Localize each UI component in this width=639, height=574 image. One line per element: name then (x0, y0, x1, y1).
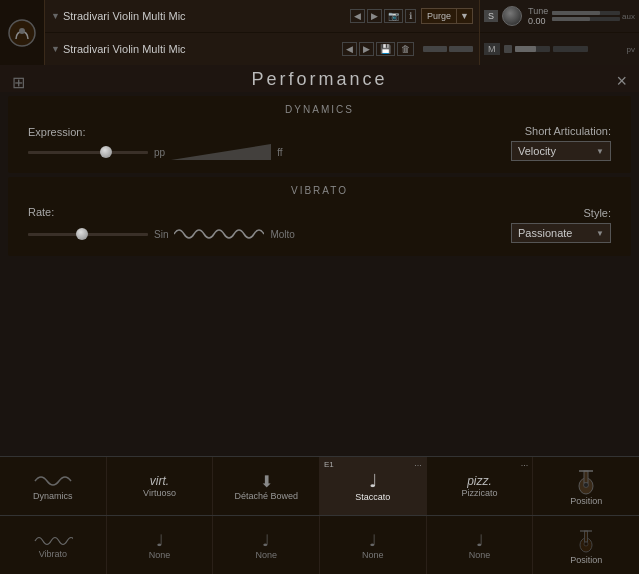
dynamics-right-control: Short Articulation: Velocity ▼ (471, 125, 611, 161)
header-main: ▼ Stradivari Violin Multi Mic ◀ ▶ 📷 ℹ Pu… (45, 0, 479, 65)
tab-staccato-label: Staccato (355, 492, 390, 502)
delete-btn[interactable]: 🗑 (397, 42, 414, 56)
none1-icon: ♩ (156, 531, 164, 550)
bar-group-top (552, 11, 620, 21)
tab-virtuoso-italic: virt. (150, 474, 169, 488)
velocity-dropdown[interactable]: Velocity ▼ (511, 141, 611, 161)
next-btn-1[interactable]: ▶ (367, 9, 382, 23)
sin-label: Sin (154, 229, 168, 240)
vibrato-dropdown-caret: ▼ (596, 229, 604, 238)
tab-position-label: Position (570, 496, 602, 506)
close-button[interactable]: × (616, 71, 627, 92)
staccato-tag: E1 (324, 460, 334, 469)
dynamics-wave-icon (33, 471, 73, 491)
guitar-icon (571, 466, 601, 496)
velocity-label: Velocity (518, 145, 556, 157)
vibrato-section: VIBRATO Rate: Sin Molto St (8, 177, 631, 256)
dynamics-section: DYNAMICS Expression: pp ff (8, 96, 631, 173)
molto-label: Molto (270, 229, 294, 240)
instrument-name-2: Stradivari Violin Multi Mic (63, 43, 341, 55)
prev-btn-1[interactable]: ◀ (350, 9, 365, 23)
rate-label: Rate: (28, 206, 471, 218)
dynamics-range-visual (171, 144, 271, 160)
m-badge[interactable]: M (484, 43, 500, 55)
expression-slider[interactable] (28, 145, 148, 159)
none3-icon: ♩ (369, 531, 377, 550)
expression-label: Expression: (28, 126, 471, 138)
tab-none-4[interactable]: ♩ None (427, 516, 534, 574)
tab-pizzicato-label: Pizzicato (462, 488, 498, 498)
header-right-bot: M pv (480, 33, 639, 65)
vibrato-right-control: Style: Passionate ▼ (471, 207, 611, 243)
pizzicato-more[interactable]: ··· (521, 460, 529, 470)
performance-title: Performance (251, 69, 387, 90)
purge-arrow[interactable]: ▼ (457, 8, 473, 24)
logo (0, 0, 45, 65)
tab-pizzicato[interactable]: ··· pizz. Pizzicato (427, 457, 534, 515)
prev-btn-2[interactable]: ◀ (342, 42, 357, 56)
tab-none-1-label: None (149, 550, 171, 560)
tab-detache-label: Détaché Bowed (234, 491, 298, 501)
instrument-row-1: ▼ Stradivari Violin Multi Mic ◀ ▶ 📷 ℹ Pu… (45, 0, 479, 33)
tune-knob[interactable] (502, 6, 522, 26)
tab-virtuoso[interactable]: virt. Virtuoso (107, 457, 214, 515)
tab-dynamics-label: Dynamics (33, 491, 73, 501)
tune-info: Tune 0.00 (528, 6, 548, 26)
tab-detache[interactable]: ⬇ Détaché Bowed (213, 457, 320, 515)
svg-point-6 (584, 483, 589, 488)
next-btn-2[interactable]: ▶ (359, 42, 374, 56)
vibrato-wave-visual (174, 224, 264, 244)
bottom-tabs-row2: Vibrato ♩ None ♩ None ♩ None ♩ None (0, 516, 639, 574)
tab-position[interactable]: Position (533, 457, 639, 515)
tab-none-1[interactable]: ♩ None (107, 516, 214, 574)
svg-rect-8 (585, 531, 588, 542)
style-label: Style: (583, 207, 611, 219)
svg-point-1 (19, 28, 25, 34)
staccato-icon: ♩ (369, 470, 377, 492)
tab-position-bottom[interactable]: Position (533, 516, 639, 574)
svg-rect-4 (584, 471, 588, 483)
tab-none-4-label: None (469, 550, 491, 560)
dynamics-title: DYNAMICS (28, 104, 611, 115)
tab-virtuoso-label: Virtuoso (143, 488, 176, 498)
tab-vibrato-bottom-label: Vibrato (39, 549, 67, 559)
none2-icon: ♩ (262, 531, 270, 550)
dynamics-row: Expression: pp ff Short Articulation: (28, 125, 611, 161)
tab-none-3[interactable]: ♩ None (320, 516, 427, 574)
aux-label: aux (622, 12, 635, 21)
s-badge[interactable]: S (484, 10, 498, 22)
bottom-tabs-row1: Dynamics virt. Virtuoso ⬇ Détaché Bowed … (0, 457, 639, 516)
header-right-top: S Tune 0.00 aux (480, 0, 639, 33)
tune-value: 0.00 (528, 16, 548, 26)
ff-label: ff (277, 147, 282, 158)
dropdown-caret: ▼ (596, 147, 604, 156)
short-articulation-label: Short Articulation: (525, 125, 611, 137)
tab-vibrato-bottom[interactable]: Vibrato (0, 516, 107, 574)
bottom-tabs: Dynamics virt. Virtuoso ⬇ Détaché Bowed … (0, 456, 639, 574)
expression-thumb[interactable] (100, 146, 112, 158)
passionate-label: Passionate (518, 227, 572, 239)
vibrato-rate-slider[interactable] (28, 227, 148, 241)
pp-label: pp (154, 147, 165, 158)
header-right: S Tune 0.00 aux M pv (479, 0, 639, 65)
instrument-row-2: ▼ Stradivari Violin Multi Mic ◀ ▶ 💾 🗑 (45, 33, 479, 65)
tab-none-2-label: None (255, 550, 277, 560)
tab-none-2[interactable]: ♩ None (213, 516, 320, 574)
tab-dynamics[interactable]: Dynamics (0, 457, 107, 515)
none4-icon: ♩ (476, 531, 484, 550)
staccato-more[interactable]: ··· (414, 460, 422, 470)
detache-icon: ⬇ (260, 472, 273, 491)
mixer-icon: ⊞ (12, 73, 25, 92)
tab-staccato[interactable]: E1 ··· ♩ Staccato (320, 457, 427, 515)
vibrato-row: Rate: Sin Molto Style: Pass (28, 206, 611, 244)
svg-marker-2 (171, 144, 271, 160)
header-zone: ▼ Stradivari Violin Multi Mic ◀ ▶ 📷 ℹ Pu… (0, 0, 639, 65)
tab-position-bottom-label: Position (570, 555, 602, 565)
purge-label[interactable]: Purge (421, 8, 457, 24)
tab-none-3-label: None (362, 550, 384, 560)
save-btn[interactable]: 💾 (376, 42, 395, 56)
camera-btn[interactable]: 📷 (384, 9, 403, 23)
vibrato-rate-thumb[interactable] (76, 228, 88, 240)
info-btn[interactable]: ℹ (405, 9, 416, 23)
passionate-dropdown[interactable]: Passionate ▼ (511, 223, 611, 243)
